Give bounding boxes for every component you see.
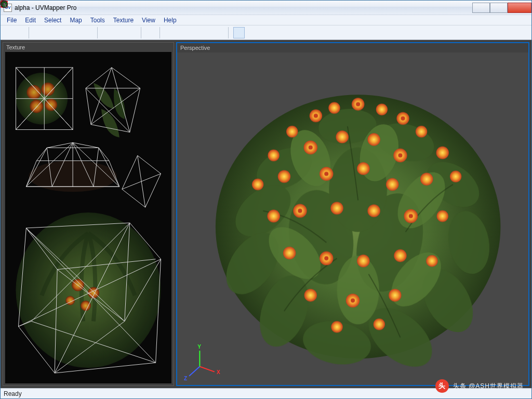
svg-point-114 bbox=[357, 162, 369, 175]
texture-viewport[interactable] bbox=[5, 52, 171, 383]
svg-point-136 bbox=[398, 153, 402, 157]
svg-point-137 bbox=[324, 172, 328, 176]
svg-point-135 bbox=[309, 145, 313, 150]
svg-point-34 bbox=[81, 301, 91, 311]
svg-point-134 bbox=[401, 116, 405, 121]
svg-point-129 bbox=[389, 289, 401, 301]
svg-point-111 bbox=[278, 170, 290, 183]
svg-text:X: X bbox=[217, 369, 220, 375]
svg-point-94 bbox=[337, 256, 379, 324]
svg-point-130 bbox=[331, 321, 342, 332]
svg-point-140 bbox=[324, 256, 328, 260]
svg-point-122 bbox=[283, 247, 296, 259]
svg-point-112 bbox=[420, 173, 433, 185]
svg-point-101 bbox=[416, 126, 427, 137]
svg-point-116 bbox=[267, 210, 280, 222]
toolbar bbox=[1, 25, 531, 40]
svg-point-125 bbox=[394, 249, 406, 262]
uv-wireframe bbox=[5, 52, 171, 383]
svg-point-141 bbox=[351, 298, 355, 302]
svg-point-108 bbox=[336, 130, 348, 143]
svg-point-97 bbox=[328, 102, 340, 113]
svg-point-103 bbox=[268, 150, 279, 161]
svg-point-99 bbox=[376, 104, 388, 115]
app-window: UV alpha - UVMapper Pro File Edit Select… bbox=[0, 0, 532, 399]
texture-panel: Texture bbox=[3, 42, 174, 386]
svg-point-102 bbox=[286, 126, 298, 137]
svg-point-133 bbox=[356, 102, 360, 106]
svg-point-115 bbox=[386, 178, 398, 191]
svg-point-124 bbox=[357, 255, 369, 267]
perspective-panel: Perspective bbox=[176, 42, 529, 386]
svg-text:Y: Y bbox=[197, 344, 201, 350]
workspace: Texture bbox=[1, 40, 531, 388]
svg-point-32 bbox=[72, 279, 84, 291]
svg-point-126 bbox=[426, 255, 437, 267]
svg-point-109 bbox=[367, 133, 380, 145]
perspective-render: X Y Z bbox=[177, 52, 528, 385]
svg-point-119 bbox=[367, 205, 380, 217]
svg-point-132 bbox=[314, 114, 318, 118]
svg-point-104 bbox=[436, 147, 449, 159]
svg-text:Z: Z bbox=[184, 376, 187, 381]
svg-point-106 bbox=[252, 179, 263, 190]
svg-point-118 bbox=[330, 202, 343, 214]
svg-point-139 bbox=[409, 214, 413, 218]
svg-point-131 bbox=[374, 318, 385, 330]
svg-point-105 bbox=[450, 171, 461, 182]
refresh-icon[interactable] bbox=[233, 27, 245, 38]
svg-point-29 bbox=[45, 99, 57, 111]
svg-point-121 bbox=[437, 210, 448, 222]
svg-point-138 bbox=[298, 209, 302, 213]
perspective-viewport[interactable]: X Y Z bbox=[177, 52, 528, 385]
svg-point-127 bbox=[304, 289, 317, 301]
